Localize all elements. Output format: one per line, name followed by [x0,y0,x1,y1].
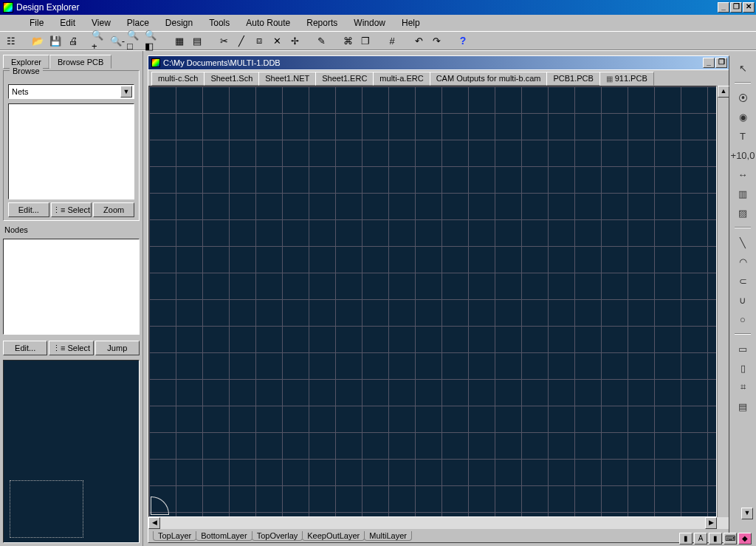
place-pad[interactable]: ⦿ [735,89,751,106]
file-tab[interactable]: multi-c.Sch [151,72,205,86]
minimap-viewport[interactable] [10,480,83,538]
zoom-button[interactable]: Zoom [93,202,134,217]
close-button[interactable]: ✕ [743,2,755,13]
menu-help[interactable]: Help [396,16,426,30]
tool-zoom-out[interactable]: 🔍- [109,33,126,49]
minimap[interactable] [3,360,140,543]
app-icon [3,2,13,13]
edit-node-button[interactable]: Edit... [3,341,47,355]
doc-minimize-button[interactable]: _ [703,58,715,68]
tool-zoom-in[interactable]: 🔍+ [92,33,108,49]
tool-select-inside[interactable]: ⧈ [251,33,267,49]
tool-redo[interactable]: ↷ [428,33,444,49]
place-split[interactable]: ▤ [735,398,751,414]
menu-autoroute[interactable]: Auto Route [240,16,296,30]
menu-place[interactable]: Place [121,16,155,30]
tool-open[interactable]: 📂 [30,33,46,49]
combo-value: Nets [12,87,29,96]
scroll-down-icon[interactable]: ▼ [741,508,753,519]
status-button[interactable]: A [694,533,707,545]
layer-tab[interactable]: KeepOutLayer [302,531,365,541]
place-cursor[interactable]: ↖ [735,60,751,76]
layer-tab[interactable]: TopOverlay [252,531,303,541]
place-poly[interactable]: ▭ [735,341,751,357]
menu-edit[interactable]: Edit [54,16,81,30]
horizontal-scrollbar[interactable]: ◀ ▶ [148,517,729,529]
place-fill[interactable]: ▥ [735,185,751,202]
place-region[interactable]: ▨ [735,205,751,221]
menu-view[interactable]: View [86,16,117,30]
place-array[interactable]: ⌗ [735,379,751,395]
browse-type-combo[interactable]: Nets ▼ [8,84,134,99]
doc-maximize-button[interactable]: ❐ [715,58,727,68]
tool-zoom-fit[interactable]: 🔍◧ [145,33,161,49]
document-path: C:\My Documents\MULTI-1.DDB [163,58,281,67]
file-tab[interactable]: Sheet1.Sch [204,72,259,86]
menu-window[interactable]: Window [348,16,391,30]
status-strip: ▮A▮⌨◆ [679,533,752,545]
layer-tab[interactable]: TopLayer [153,531,196,541]
menu-reports[interactable]: Reports [300,16,343,30]
tool-print[interactable]: 🖨 [65,33,81,49]
tool-browse[interactable]: ▤ [189,33,205,49]
file-tab[interactable]: CAM Outputs for multi-b.cam [430,72,548,86]
edit-button[interactable]: Edit... [8,202,49,217]
layer-tab[interactable]: MultiLayer [364,531,412,541]
place-text[interactable]: T [735,128,751,144]
tool-save[interactable]: 💾 [47,33,63,49]
tool-libraries[interactable]: ▦ [171,33,188,49]
scroll-up-icon[interactable]: ▲ [718,86,729,98]
document-window: C:\My Documents\MULTI-1.DDB _ ❐ multi-c.… [148,55,729,543]
place-coord[interactable]: +10,0 [735,147,751,163]
tool-lib2[interactable]: ❐ [357,33,374,49]
tool-route[interactable]: ╱ [233,33,250,49]
status-button[interactable]: ▮ [679,533,693,545]
tool-cut-track[interactable]: ✂ [216,33,232,49]
scroll-right-icon[interactable]: ▶ [705,517,717,529]
place-arc-e[interactable]: ⊂ [735,273,751,289]
scroll-left-icon[interactable]: ◀ [148,517,160,529]
minimize-button[interactable]: _ [718,2,729,13]
pcb-canvas[interactable] [148,86,717,517]
select-node-button[interactable]: ⋮≡ Select [49,341,93,355]
select-button[interactable]: ⋮≡ Select [51,202,92,217]
tool-move[interactable]: ✢ [286,33,303,49]
place-arc-a[interactable]: ∪ [735,292,751,308]
place-via[interactable]: ◉ [735,109,751,125]
origin-marker [151,497,168,515]
tool-grid[interactable]: # [384,33,400,49]
tab-browse-pcb[interactable]: Browse PCB [49,55,111,69]
place-dimension[interactable]: ↔ [735,166,751,182]
tool-lib[interactable]: ⌘ [340,33,356,49]
menu-file[interactable]: File [24,16,49,30]
status-button[interactable]: ⌨ [724,533,737,545]
tool-help[interactable]: ? [455,33,471,49]
tool-deselect-inside[interactable]: ✕ [269,33,285,49]
file-tab[interactable]: Sheet1.NET [258,72,316,86]
tool-nav-tree[interactable]: ☷ [3,33,19,49]
tool-zoom-sel[interactable]: 🔍□ [127,33,143,49]
place-comp[interactable]: ▯ [735,360,751,376]
nodes-list[interactable] [3,239,140,335]
status-button[interactable]: ◆ [738,533,752,545]
file-tab[interactable]: 911.PCB [599,72,654,86]
file-tabs: multi-c.SchSheet1.SchSheet1.NETSheet1.ER… [148,69,729,86]
place-track[interactable]: ╲ [735,234,751,250]
vertical-scrollbar[interactable]: ▲ ▼ [717,86,729,517]
menu-design[interactable]: Design [159,16,199,30]
place-full-circle[interactable]: ○ [735,311,751,327]
jump-button[interactable]: Jump [95,341,140,355]
app-title: Design Explorer [16,2,717,13]
maximize-button[interactable]: ❐ [730,2,742,13]
menu-tools[interactable]: Tools [203,16,236,30]
place-arc-c[interactable]: ◠ [735,253,751,270]
tool-drc[interactable]: ✎ [313,33,329,49]
file-tab[interactable]: Sheet1.ERC [315,72,374,86]
browse-list[interactable] [8,103,134,199]
file-tab[interactable]: multi-a.ERC [373,72,430,86]
layer-tab[interactable]: BottomLayer [196,531,252,541]
dropdown-arrow-icon[interactable]: ▼ [120,86,132,98]
file-tab[interactable]: PCB1.PCB [546,72,599,86]
tool-undo[interactable]: ↶ [410,33,427,49]
status-button[interactable]: ▮ [709,533,722,545]
